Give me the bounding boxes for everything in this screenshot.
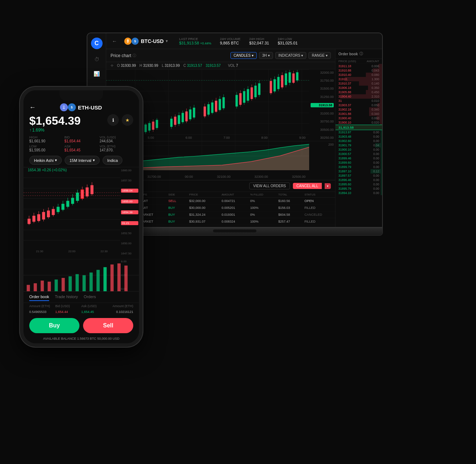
phone-buy-button[interactable]: Buy <box>29 318 79 333</box>
desktop-main: ← ₿ $ BTC-USD ▾ LAST PRICE $31,913.58 +0… <box>106 33 382 227</box>
ob-ask-row[interactable]: 31 0.010 <box>336 99 382 103</box>
svg-rect-36 <box>152 122 154 130</box>
current-price-label: 31913.58 <box>311 103 334 107</box>
ob-ask-row[interactable]: 31903.37 0.050 <box>336 103 382 107</box>
ob-ask-row[interactable]: 31900.10 0.020 <box>336 120 382 125</box>
phone-notch <box>60 90 103 100</box>
phone-tabs: Order book Trade history Orders <box>23 291 139 303</box>
ob-bid-row[interactable]: 31899.46 0.00 <box>336 156 382 160</box>
svg-rect-134 <box>86 188 88 197</box>
order-book-info-icon[interactable]: ⓘ <box>359 51 363 56</box>
ob-ask-row[interactable]: 31900.40 0.060 <box>336 116 382 120</box>
ob-bid-row[interactable]: 31913.97 0.00 <box>336 130 382 134</box>
svg-rect-84 <box>277 77 280 89</box>
ob-ask-row[interactable]: 31910.88 0.043 <box>336 68 382 73</box>
header-back-button[interactable]: ← <box>112 38 117 44</box>
phone-back-button[interactable]: ← <box>29 104 36 111</box>
svg-rect-46 <box>182 113 184 122</box>
ob-bid-row[interactable]: 31897.10 0.12 <box>336 169 382 173</box>
phone-interval-button[interactable]: 15M Interval ▾ <box>65 156 100 165</box>
ob-bid-row[interactable]: 31902.60 0.00 <box>336 139 382 143</box>
svg-rect-116 <box>42 212 45 220</box>
sidebar-logo: C <box>91 38 103 49</box>
ob-bid-row[interactable]: 31899.60 0.00 <box>336 160 382 165</box>
ob-bid-row[interactable]: 31895.60 0.00 <box>336 182 382 186</box>
phone-chart-x-axis: 21:30 22:00 22:30 <box>23 248 120 254</box>
svg-rect-90 <box>289 72 291 83</box>
svg-rect-76 <box>254 86 256 97</box>
phone-tab-orders[interactable]: Orders <box>84 295 96 301</box>
ob-ask-row[interactable]: 31911.18 0.006 <box>336 64 382 68</box>
sidebar-icon-chart[interactable]: 📊 <box>92 69 101 78</box>
ob-bid-row[interactable]: 31901.79 0.04 <box>336 143 382 147</box>
phone-chart-y-axis: 1660.00 1657.50 1656.04 1655.00 1654.38 … <box>120 167 139 257</box>
chart-title: Price chart ⓘ <box>111 53 136 58</box>
desktop-content: Price chart ⓘ CANDLES ▾ 3H ▾ <box>106 49 382 227</box>
svg-rect-66 <box>235 95 238 107</box>
ob-ask-row[interactable]: 31901.88 0.340 <box>336 112 382 116</box>
interval-button[interactable]: 3H ▾ <box>259 52 273 59</box>
phone-chart-type-button[interactable]: Heikin Ashi ▾ <box>29 156 62 165</box>
ob-bid-row[interactable]: 31894.10 0.00 <box>336 191 382 195</box>
svg-rect-68 <box>239 93 242 105</box>
svg-rect-38 <box>156 120 158 128</box>
candles-button[interactable]: CANDLES ▾ <box>230 52 257 59</box>
view-all-orders-button[interactable]: VIEW ALL ORDERS <box>249 182 290 189</box>
ob-ask-row[interactable]: 31904.40 2.310 <box>336 94 382 99</box>
order-book-header: Order book ⓘ <box>336 49 382 59</box>
ob-ask-row[interactable]: 31906.18 0.350 <box>336 86 382 90</box>
desktop-header: ← ₿ $ BTC-USD ▾ LAST PRICE $31,913.58 +0… <box>106 33 382 49</box>
phone-tab-history[interactable]: Trade history <box>55 295 78 301</box>
svg-rect-136 <box>91 185 94 194</box>
order-book-panel: Order book ⓘ PRICE (USD) AMOUNT 31911.18… <box>335 49 382 227</box>
ob-ask-row[interactable]: 31902.18 0.340 <box>336 107 382 112</box>
phone-indicators-button[interactable]: Indica <box>103 156 122 165</box>
toolbar-controls: CANDLES ▾ 3H ▾ INDICATORS ▾ RANGE ▾ <box>230 52 331 59</box>
ob-ask-row[interactable]: 31910.40 0.080 <box>336 73 382 77</box>
ob-bid-row[interactable]: 31896.46 0.00 <box>336 178 382 182</box>
btc-icon: ₿ <box>124 38 131 45</box>
phone-balance: AVAILABLE BALANCE 1.56673 BTC 50,000.00 … <box>23 337 139 343</box>
phone-vol-usd-stat: VOL (USD) 244,634. <box>100 136 133 143</box>
ob-bid-row[interactable]: 31900.57 0.00 <box>336 152 382 156</box>
high-stat: 24H HIGH $32,047.31 <box>249 37 269 45</box>
svg-rect-120 <box>52 209 55 215</box>
volume-y-axis: 200 <box>309 141 335 180</box>
svg-rect-72 <box>247 89 249 101</box>
svg-rect-130 <box>76 193 79 201</box>
phone-info-button[interactable]: ℹ <box>107 114 119 126</box>
ob-bid-row[interactable]: 31897.57 0.00 <box>336 173 382 178</box>
ob-bid-row[interactable]: 31903.48 0.00 <box>336 134 382 139</box>
svg-rect-70 <box>243 91 245 103</box>
svg-rect-80 <box>270 81 272 93</box>
ob-bid-row[interactable]: 31895.79 0.00 <box>336 186 382 191</box>
phone-sell-button[interactable]: Sell <box>83 318 133 333</box>
ob-bid-row[interactable]: 31899.79 0.00 <box>336 165 382 169</box>
svg-rect-44 <box>178 115 180 124</box>
ob-ask-row[interactable]: 31910. 1.300 <box>336 77 382 81</box>
phone-chart-area[interactable]: 1654.38 +0.26 (+0.02%) 1660.00 1657.50 1… <box>23 167 139 291</box>
sidebar-icon-timer[interactable]: ⏱ <box>92 55 101 64</box>
range-button[interactable]: RANGE ▾ <box>308 52 331 59</box>
chart-info-icon[interactable]: ⓘ <box>133 53 136 58</box>
ob-bid-row[interactable]: 31900.10 0.00 <box>336 147 382 152</box>
phone-tab-orderbook[interactable]: Order book <box>29 295 49 301</box>
phone-orderbook-row: 0.54965533 1,654.44 1,654.45 0.10216121 <box>23 309 139 314</box>
phone-price-change: ↑ 1.69% <box>29 128 81 133</box>
chart-ohlc: ✛ O 31930.99 H 31930.99 L 31913.99 C 319… <box>106 62 335 69</box>
ob-col-headers: PRICE (USD) AMOUNT <box>336 59 382 64</box>
ob-ask-row[interactable]: 31910.37 0.140 <box>336 81 382 86</box>
cancel-all-button[interactable]: CANCEL ALL <box>293 183 322 189</box>
phone-star-button[interactable]: ★ <box>122 114 133 126</box>
indicators-button[interactable]: INDICATORS ▾ <box>275 52 307 59</box>
svg-rect-148 <box>69 276 72 291</box>
ob-ask-row[interactable]: 31905.88 0.450 <box>336 90 382 94</box>
svg-rect-40 <box>170 119 172 126</box>
pair-chevron[interactable]: ▾ <box>166 39 168 43</box>
svg-rect-142 <box>27 285 30 291</box>
cancel-dropdown-button[interactable]: ▾ <box>325 183 331 189</box>
ob-asks: 31911.18 0.006 31910.88 0.043 31910.40 0… <box>336 64 382 125</box>
phone-candle-svg <box>23 167 120 242</box>
phone-screen: ← Ξ $ ETH-USD $1,654.39 ↑ 1.69% <box>23 90 139 343</box>
phone-stats: HIGH $1,661.90 BID $1,654.44 VOL (USD) 2… <box>23 136 139 156</box>
